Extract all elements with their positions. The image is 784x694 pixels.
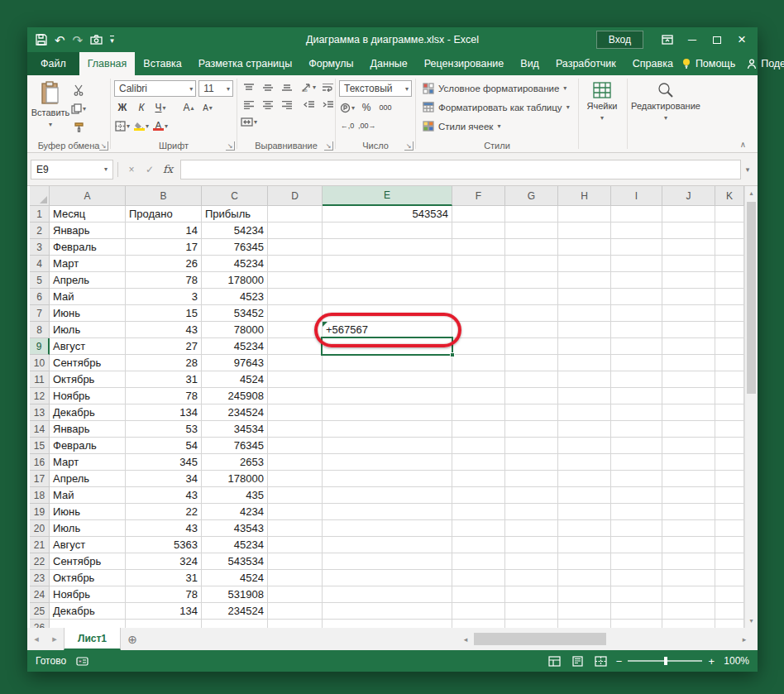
save-icon[interactable]	[36, 34, 47, 45]
cell-E24[interactable]	[323, 586, 452, 603]
alignment-dialog-launcher[interactable]: ↘	[324, 141, 333, 151]
cell-B9[interactable]: 27	[126, 338, 202, 355]
col-header-C[interactable]: C	[202, 186, 268, 206]
cell-J9[interactable]	[662, 338, 715, 355]
tab-Справка[interactable]: Справка	[624, 52, 681, 75]
cell-I5[interactable]	[611, 272, 662, 289]
cell-A23[interactable]: Октябрь	[50, 570, 126, 586]
cell-G19[interactable]	[505, 504, 558, 520]
cell-A2[interactable]: Январь	[50, 223, 126, 239]
cell-G8[interactable]	[505, 322, 558, 338]
cell-E25[interactable]	[323, 603, 452, 620]
cell-C21[interactable]: 45234	[202, 537, 268, 553]
cell-F18[interactable]	[452, 487, 505, 504]
merge-center-button[interactable]: ▾	[241, 114, 257, 131]
cell-B19[interactable]: 22	[126, 504, 202, 520]
col-header-F[interactable]: F	[452, 186, 505, 206]
cell-A6[interactable]: Май	[50, 289, 126, 305]
cell-K16[interactable]	[715, 454, 744, 471]
cell-D12[interactable]	[268, 388, 323, 404]
cell-E23[interactable]	[323, 570, 452, 586]
cell-I7[interactable]	[611, 305, 662, 322]
row-header-9[interactable]: 9	[30, 338, 50, 355]
cell-A11[interactable]: Октябрь	[50, 371, 126, 388]
row-header-10[interactable]: 10	[30, 355, 50, 371]
row-header-5[interactable]: 5	[30, 272, 50, 289]
cell-K26[interactable]	[715, 620, 744, 628]
row-header-18[interactable]: 18	[30, 487, 50, 504]
cell-A16[interactable]: Март	[50, 454, 126, 471]
cell-F15[interactable]	[452, 438, 505, 454]
cell-B15[interactable]: 54	[126, 438, 202, 454]
cell-H15[interactable]	[558, 438, 611, 454]
cell-B20[interactable]: 43	[126, 520, 202, 537]
tab-Данные[interactable]: Данные	[362, 52, 416, 75]
cell-G17[interactable]	[505, 471, 558, 487]
row-header-19[interactable]: 19	[30, 504, 50, 520]
shrink-font-button[interactable]: А▾	[199, 99, 216, 116]
cell-J26[interactable]	[662, 620, 715, 628]
prev-sheet-button[interactable]: ◂	[27, 628, 45, 650]
cell-I13[interactable]	[611, 404, 662, 421]
cell-B12[interactable]: 78	[126, 388, 202, 404]
cell-I12[interactable]	[611, 388, 662, 404]
cell-H9[interactable]	[558, 338, 611, 355]
cell-J12[interactable]	[662, 388, 715, 404]
align-top-button[interactable]	[241, 79, 257, 96]
cell-C2[interactable]: 54234	[202, 223, 268, 239]
editing-button[interactable]: Редактирование ▾	[631, 79, 700, 122]
cell-E4[interactable]	[323, 256, 452, 272]
cell-J24[interactable]	[662, 586, 715, 603]
sheet-tab-active[interactable]: Лист1	[64, 628, 121, 650]
align-bottom-button[interactable]	[279, 79, 295, 96]
cell-E13[interactable]	[323, 404, 452, 421]
scroll-left-button[interactable]: ◂	[459, 635, 472, 644]
cell-A22[interactable]: Сентябрь	[50, 553, 126, 570]
cell-D21[interactable]	[268, 537, 323, 553]
cell-G1[interactable]	[505, 206, 558, 223]
cell-J10[interactable]	[662, 355, 715, 371]
camera-icon[interactable]	[90, 35, 103, 45]
cell-F7[interactable]	[452, 305, 505, 322]
share-button[interactable]: Поделиться	[747, 58, 784, 69]
cell-I15[interactable]	[611, 438, 662, 454]
cell-I1[interactable]	[611, 206, 662, 223]
cell-I25[interactable]	[611, 603, 662, 620]
cell-I23[interactable]	[611, 570, 662, 586]
cell-B1[interactable]: Продано	[126, 206, 202, 223]
zoom-level[interactable]: 100%	[721, 655, 749, 667]
cell-J15[interactable]	[662, 438, 715, 454]
cell-D15[interactable]	[268, 438, 323, 454]
cell-A10[interactable]: Сентябрь	[50, 355, 126, 371]
cell-J25[interactable]	[662, 603, 715, 620]
cell-C26[interactable]	[202, 620, 268, 628]
select-all-corner[interactable]	[30, 186, 50, 206]
cell-C1[interactable]: Прибыль	[202, 206, 268, 223]
cell-A1[interactable]: Месяц	[50, 206, 126, 223]
cell-K3[interactable]	[715, 239, 744, 256]
align-middle-button[interactable]	[260, 79, 276, 96]
cell-D14[interactable]	[268, 421, 323, 438]
align-center-button[interactable]	[260, 97, 276, 113]
cell-E3[interactable]	[323, 239, 452, 256]
cell-D8[interactable]	[268, 322, 323, 338]
cell-D25[interactable]	[268, 603, 323, 620]
row-header-1[interactable]: 1	[30, 206, 50, 223]
cell-B8[interactable]: 43	[126, 322, 202, 338]
row-header-23[interactable]: 23	[30, 570, 50, 586]
cell-C11[interactable]: 4524	[202, 371, 268, 388]
cell-K20[interactable]	[715, 520, 744, 537]
accounting-format-button[interactable]: ▾	[339, 99, 356, 116]
cell-E12[interactable]	[323, 388, 452, 404]
cell-B7[interactable]: 15	[126, 305, 202, 322]
percent-button[interactable]: %	[358, 99, 375, 116]
cell-I19[interactable]	[611, 504, 662, 520]
cell-K9[interactable]	[715, 338, 744, 355]
cell-F25[interactable]	[452, 603, 505, 620]
cell-G3[interactable]	[505, 239, 558, 256]
col-header-E[interactable]: E	[323, 186, 452, 206]
cell-J17[interactable]	[662, 471, 715, 487]
cell-H2[interactable]	[558, 223, 611, 239]
cell-A7[interactable]: Июнь	[50, 305, 126, 322]
scroll-up-button[interactable]: ▴	[745, 186, 758, 200]
